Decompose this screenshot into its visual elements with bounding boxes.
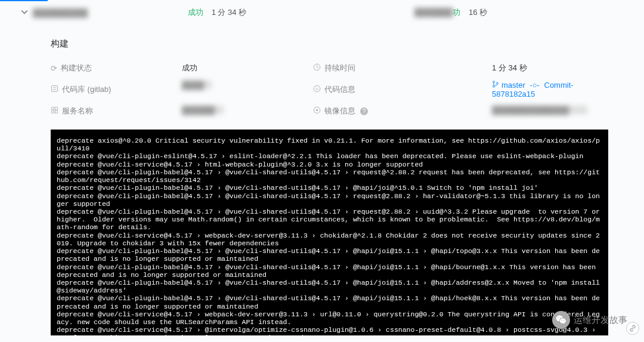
pipeline-name-placeholder: ██████████ [33,8,188,17]
service-icon [51,106,58,116]
svg-rect-9 [55,110,57,113]
image-icon [313,106,321,116]
section-title-build: 构建 [51,38,626,50]
loading-progress-bar [0,0,48,1]
code-info-label: 代码信息 [313,81,492,98]
help-icon[interactable]: ? [360,107,368,115]
svg-rect-7 [55,107,57,110]
pipeline-header-row: ██████████ 成功 1 分 34 秒 ███████功 16 秒 [3,0,641,25]
repo-icon [51,85,58,94]
build-status-label: ⟳ 构建状态 [51,63,182,73]
service-name-label: 服务名称 [51,106,182,116]
pipeline-right-status: ███████功 16 秒 [414,7,605,18]
branch-link[interactable]: master [501,81,525,90]
svg-point-3 [493,81,495,83]
wechat-icon [552,311,570,329]
svg-point-5 [497,82,499,84]
duration-label: 持续时间 [313,63,492,73]
duration-value: 1 分 34 秒 [492,63,608,73]
info-icon [313,85,321,94]
pipeline-status-cell: 成功 1 分 34 秒 [188,7,414,18]
svg-point-11 [316,109,318,111]
svg-rect-6 [52,107,54,110]
status-success-text: 成功 [188,8,203,17]
build-log-terminal[interactable]: deprecate axios@^0.20.0 Critical securit… [51,130,608,335]
build-status-value: 成功 [182,63,313,73]
float-link-button[interactable] [626,322,639,335]
code-info-value[interactable]: master -○- Commit-5878182a15 [492,81,608,98]
svg-rect-1 [52,86,58,92]
watermark-text: 运维开发故事 [574,315,627,326]
service-name-value: ██████ [182,106,313,116]
svg-point-4 [493,85,495,87]
commit-separator: -○- [530,81,540,90]
clock-icon [313,63,321,73]
repo-label: 代码库 (gitlab) [51,81,182,98]
refresh-icon: ⟳ [51,64,57,73]
expand-arrow-icon[interactable] [21,8,33,17]
wechat-watermark: 运维开发故事 [547,309,632,331]
build-details-grid: ⟳ 构建状态 成功 持续时间 1 分 34 秒 代码库 (gitlab) ███… [18,63,626,116]
duration-text: 1 分 34 秒 [212,8,247,17]
image-info-label: 镜像信息 ? [313,106,492,116]
image-info-value: ██████████████ [492,106,608,116]
svg-rect-8 [52,110,54,113]
repo-value: ████ [182,81,313,98]
branch-icon [492,81,499,90]
